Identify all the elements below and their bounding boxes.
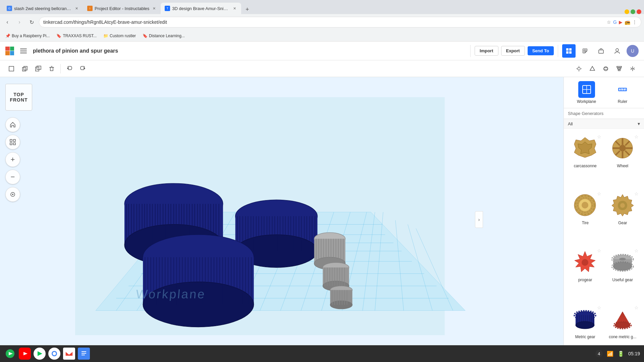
settings-icon[interactable]: ⋮ bbox=[632, 19, 637, 25]
undo-tool[interactable] bbox=[63, 63, 75, 75]
forward-button[interactable]: › bbox=[15, 17, 24, 27]
shape-progear[interactable]: ☆ progear bbox=[568, 247, 603, 301]
new-tab-button[interactable]: + bbox=[243, 5, 252, 14]
shape-useful-gear[interactable]: ☆ Usefu bbox=[605, 247, 640, 301]
taskbar-app-music[interactable] bbox=[4, 348, 16, 360]
bookmark-4[interactable]: 🔖 Distance Learning... bbox=[140, 33, 187, 39]
extension-icon-2[interactable]: ▶ bbox=[619, 19, 623, 25]
shape-metric-gear-star[interactable]: ☆ bbox=[597, 305, 601, 310]
zoom-out-button[interactable]: − bbox=[5, 170, 20, 184]
user-button[interactable] bbox=[610, 44, 624, 58]
svg-point-232 bbox=[582, 202, 588, 208]
svg-point-31 bbox=[12, 194, 13, 195]
shape-cone-metric-label: cone metric g... bbox=[609, 335, 636, 339]
fit-view-button[interactable] bbox=[5, 135, 20, 149]
copy-tool[interactable] bbox=[19, 63, 31, 75]
export-button[interactable]: Export bbox=[501, 46, 525, 56]
taskbar-app-chrome[interactable] bbox=[48, 348, 60, 360]
shape-progear-label: progear bbox=[578, 278, 592, 282]
taskbar-app-youtube[interactable] bbox=[19, 348, 31, 360]
menu-button[interactable] bbox=[18, 46, 29, 56]
tab-2-close[interactable]: ✕ bbox=[151, 6, 157, 11]
shape-wheel-star[interactable]: ☆ bbox=[634, 134, 639, 139]
user-avatar[interactable]: U bbox=[627, 45, 639, 57]
bookmark-4-icon: 🔖 bbox=[143, 34, 148, 38]
send-to-button[interactable]: Send To bbox=[528, 46, 554, 55]
taskbar-app-gmail[interactable] bbox=[63, 348, 75, 360]
close-button[interactable] bbox=[637, 9, 641, 14]
import-button[interactable]: Import bbox=[475, 46, 498, 56]
light-tool[interactable] bbox=[573, 63, 585, 75]
back-button[interactable]: ‹ bbox=[3, 17, 12, 27]
minimize-button[interactable] bbox=[625, 9, 629, 14]
shape-useful-gear-star[interactable]: ☆ bbox=[634, 248, 639, 253]
shape-tire-star[interactable]: ☆ bbox=[597, 191, 601, 196]
extension-icon-1[interactable]: G bbox=[613, 19, 617, 25]
home-view-button[interactable] bbox=[5, 117, 20, 132]
svg-rect-277 bbox=[82, 353, 86, 354]
shape-progear-preview bbox=[572, 249, 599, 276]
bookmarks-bar: 📌 Buy a Raspberry Pi... 🔖 TRAXXAS RUST..… bbox=[0, 30, 644, 42]
taskbar-app-docs[interactable] bbox=[78, 348, 90, 360]
tab-3-close[interactable]: ✕ bbox=[232, 6, 237, 11]
taskbar-app-playstore[interactable] bbox=[34, 348, 46, 360]
shape-filter-dropdown-icon[interactable]: ▾ bbox=[638, 121, 640, 126]
extension-icon-3[interactable]: 📻 bbox=[625, 19, 630, 25]
viewport[interactable]: TOP FRONT + − › bbox=[0, 77, 564, 362]
briefcase-button[interactable] bbox=[594, 44, 608, 58]
tab-2[interactable]: i Project Editor - Instructables ✕ bbox=[83, 3, 161, 14]
svg-point-243 bbox=[619, 258, 626, 260]
orbit-button[interactable] bbox=[5, 187, 20, 202]
bookmark-3[interactable]: 📁 Custom rustler bbox=[101, 33, 139, 39]
tab-1-close[interactable]: ✕ bbox=[74, 6, 79, 11]
shape-gear-star[interactable]: ☆ bbox=[634, 191, 639, 196]
shape-metric-gear-preview bbox=[572, 306, 599, 333]
workplane-scene: Workplane bbox=[40, 97, 480, 335]
mirror-tool[interactable] bbox=[627, 63, 639, 75]
toolbar bbox=[0, 60, 644, 77]
shape-filter-row[interactable]: All ▾ bbox=[564, 119, 644, 129]
duplicate-tool[interactable] bbox=[32, 63, 44, 75]
shape-gear[interactable]: ☆ Gear bbox=[605, 190, 640, 244]
shape-carcassonne-star[interactable]: ☆ bbox=[597, 134, 601, 139]
tinkercad-logo[interactable] bbox=[5, 47, 14, 55]
shape-carcassonne-preview bbox=[572, 135, 599, 162]
svg-rect-27 bbox=[13, 139, 15, 141]
shape-cone-metric-star[interactable]: ☆ bbox=[634, 305, 639, 310]
shape-cone-metric-preview bbox=[609, 306, 636, 333]
shape-wheel[interactable]: ☆ bbox=[605, 133, 640, 187]
redo-tool[interactable] bbox=[77, 63, 89, 75]
shape-tool[interactable] bbox=[586, 63, 598, 75]
shape-tire[interactable]: ☆ Tire bbox=[568, 190, 603, 244]
svg-point-21 bbox=[604, 67, 608, 71]
zoom-in-button[interactable]: + bbox=[5, 152, 20, 167]
bookmark-2-icon: 🔖 bbox=[56, 34, 61, 38]
maximize-button[interactable] bbox=[631, 9, 635, 14]
workplane-button[interactable]: Workplane bbox=[577, 81, 596, 104]
bookmark-star-icon[interactable]: ☆ bbox=[607, 19, 611, 25]
bookmark-2[interactable]: 🔖 TRAXXAS RUST... bbox=[54, 33, 99, 39]
svg-text:Workplane: Workplane bbox=[136, 287, 206, 301]
reload-button[interactable]: ↻ bbox=[27, 17, 36, 27]
bookmark-4-label: Distance Learning... bbox=[149, 34, 185, 38]
orientation-cube[interactable]: TOP FRONT bbox=[5, 84, 32, 111]
bookmark-1[interactable]: 📌 Buy a Raspberry Pi... bbox=[3, 33, 52, 39]
grid-view-button[interactable] bbox=[562, 44, 576, 58]
align-tool[interactable] bbox=[613, 63, 625, 75]
tab-3[interactable]: T 3D design Brave Amur-Snicket | ✕ bbox=[161, 3, 241, 14]
panel-top-actions: Workplane Ruler bbox=[564, 77, 644, 108]
shape-carcassonne[interactable]: ☆ carcassonne bbox=[568, 133, 603, 187]
build-view-button[interactable] bbox=[578, 44, 592, 58]
svg-rect-6 bbox=[599, 50, 603, 53]
shape-progear-star[interactable]: ☆ bbox=[597, 248, 601, 253]
svg-rect-3 bbox=[569, 51, 572, 54]
taskbar-status-icons: 4 📶 🔋 05:19 bbox=[595, 350, 640, 357]
tab-1[interactable]: G slash 2wd steering bellcrank -... ✕ bbox=[3, 3, 83, 14]
address-bar[interactable]: tinkercad.com/things/hRgn8LAtcyE-brave-a… bbox=[39, 17, 641, 27]
shape-tire-label: Tire bbox=[582, 221, 589, 225]
orbit-tool[interactable] bbox=[600, 63, 612, 75]
delete-tool[interactable] bbox=[46, 63, 58, 75]
wifi-icon: 📶 bbox=[607, 351, 613, 357]
select-tool[interactable] bbox=[5, 63, 17, 75]
ruler-button[interactable]: Ruler bbox=[614, 81, 631, 104]
